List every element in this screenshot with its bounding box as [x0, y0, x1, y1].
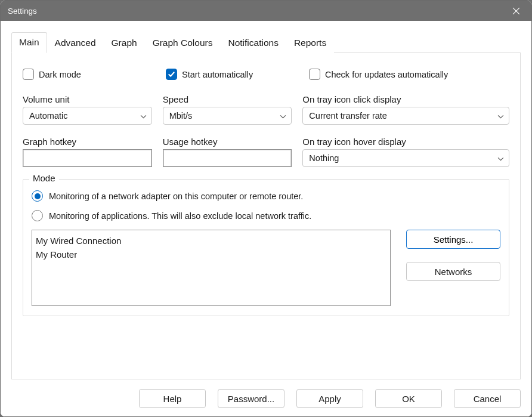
- tab-label: Main: [19, 37, 39, 47]
- tab-advanced[interactable]: Advanced: [47, 33, 104, 53]
- tab-label: Notifications: [228, 38, 278, 48]
- button-label: Help: [163, 394, 182, 404]
- chevron-down-icon: [497, 153, 504, 163]
- radio-mode-adapter[interactable]: Monitoring of a network adapter on this …: [32, 190, 500, 202]
- button-label: OK: [402, 394, 415, 404]
- apply-button[interactable]: Apply: [296, 389, 363, 408]
- adapter-listbox[interactable]: My Wired Connection My Router: [32, 230, 391, 306]
- label-tray-hover: On tray icon hover display: [302, 137, 509, 147]
- tab-label: Advanced: [55, 38, 96, 48]
- checkbox-dark-mode[interactable]: Dark mode: [23, 69, 142, 80]
- checkbox-box: [23, 69, 34, 80]
- tab-main[interactable]: Main: [11, 32, 47, 53]
- select-value: Current transfer rate: [309, 111, 387, 121]
- input-graph-hotkey[interactable]: [23, 149, 152, 167]
- chevron-down-icon: [280, 111, 286, 121]
- checkbox-label: Dark mode: [39, 70, 81, 79]
- tab-graph[interactable]: Graph: [104, 33, 145, 53]
- dialog-button-row: Help Password... Apply OK Cancel: [11, 379, 521, 408]
- button-label: Password...: [228, 394, 274, 404]
- ok-button[interactable]: OK: [375, 389, 442, 408]
- tab-panel-main: Dark mode Start automatically Check for …: [11, 53, 521, 379]
- window-title: Settings: [8, 7, 37, 16]
- titlebar: Settings: [1, 1, 531, 21]
- label-speed: Speed: [163, 94, 292, 104]
- tab-notifications[interactable]: Notifications: [220, 33, 286, 53]
- radio-circle: [32, 210, 43, 221]
- radio-circle: [32, 190, 43, 202]
- close-icon: [512, 7, 520, 15]
- select-value: Nothing: [309, 153, 339, 163]
- tab-graph-colours[interactable]: Graph Colours: [145, 33, 221, 53]
- tab-label: Reports: [294, 38, 326, 48]
- content-area: Main Advanced Graph Graph Colours Notifi…: [1, 21, 531, 416]
- mode-groupbox: Mode Monitoring of a network adapter on …: [23, 179, 509, 316]
- label-volume-unit: Volume unit: [23, 94, 152, 104]
- radio-mode-applications[interactable]: Monitoring of applications. This will al…: [32, 210, 500, 221]
- button-label: Networks: [435, 267, 472, 277]
- select-value: Automatic: [29, 111, 67, 121]
- settings-window: Settings Main Advanced Graph Graph Colou…: [0, 0, 532, 417]
- button-label: Cancel: [474, 394, 502, 404]
- select-tray-hover[interactable]: Nothing: [302, 149, 509, 167]
- label-graph-hotkey: Graph hotkey: [23, 137, 152, 147]
- cancel-button[interactable]: Cancel: [454, 389, 521, 408]
- tab-label: Graph: [112, 38, 137, 48]
- tab-label: Graph Colours: [153, 38, 213, 48]
- button-label: Apply: [318, 394, 341, 404]
- mode-settings-button[interactable]: Settings...: [406, 230, 500, 249]
- radio-label: Monitoring of applications. This will al…: [49, 211, 311, 221]
- checkbox-label: Check for updates automatically: [325, 70, 448, 79]
- checkbox-check-updates[interactable]: Check for updates automatically: [309, 69, 448, 80]
- select-volume-unit[interactable]: Automatic: [23, 107, 152, 125]
- button-label: Settings...: [434, 234, 474, 245]
- chevron-down-icon: [497, 111, 504, 121]
- tab-bar: Main Advanced Graph Graph Colours Notifi…: [11, 32, 521, 53]
- password-button[interactable]: Password...: [218, 389, 284, 408]
- checkbox-label: Start automatically: [182, 70, 253, 79]
- check-icon: [168, 70, 175, 78]
- select-value: Mbit/s: [169, 111, 193, 121]
- label-tray-click: On tray icon click display: [302, 94, 509, 104]
- label-usage-hotkey: Usage hotkey: [163, 137, 292, 147]
- checkbox-start-automatically[interactable]: Start automatically: [166, 69, 285, 80]
- close-button[interactable]: [503, 2, 529, 20]
- groupbox-title: Mode: [29, 173, 59, 183]
- checkbox-box: [166, 69, 177, 80]
- mode-networks-button[interactable]: Networks: [406, 262, 500, 281]
- checkbox-box: [309, 69, 320, 80]
- help-button[interactable]: Help: [139, 389, 206, 408]
- tab-reports[interactable]: Reports: [286, 33, 334, 53]
- select-speed[interactable]: Mbit/s: [163, 107, 292, 125]
- radio-label: Monitoring of a network adapter on this …: [49, 191, 303, 201]
- list-item[interactable]: My Router: [36, 248, 386, 261]
- chevron-down-icon: [140, 111, 147, 121]
- list-item[interactable]: My Wired Connection: [36, 234, 386, 248]
- input-usage-hotkey[interactable]: [163, 149, 292, 167]
- select-tray-click[interactable]: Current transfer rate: [302, 107, 509, 125]
